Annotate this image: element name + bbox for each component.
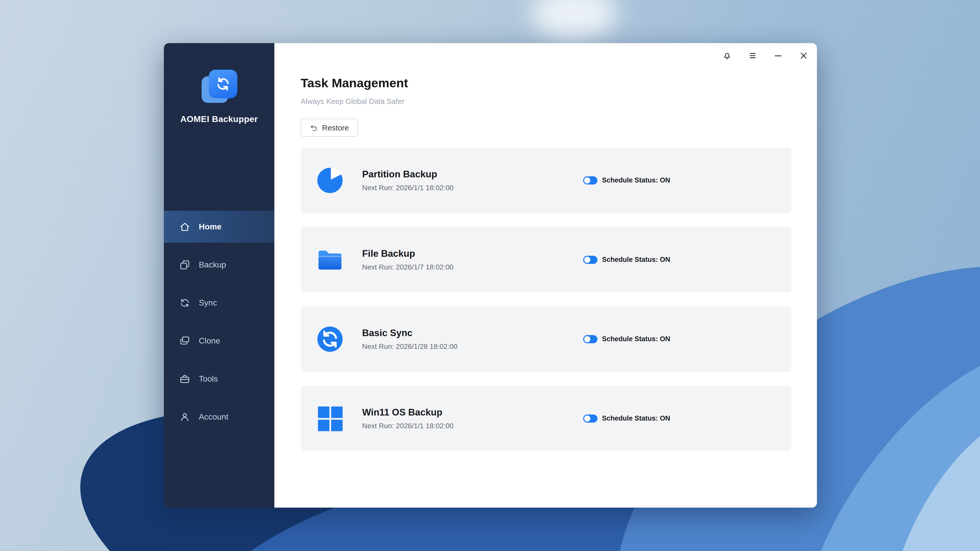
toggle-knob <box>584 177 590 183</box>
app-logo-icon <box>200 68 239 107</box>
task-card-file-backup[interactable]: File Backup Next Run: 2026/1/7 18:02:00 … <box>301 227 791 293</box>
task-name: Partition Backup <box>362 169 453 180</box>
task-card-partition-backup[interactable]: Partition Backup Next Run: 2026/1/1 18:0… <box>301 148 791 213</box>
sidebar-item-backup[interactable]: Backup <box>164 249 274 281</box>
task-list: Partition Backup Next Run: 2026/1/1 18:0… <box>301 148 791 451</box>
sync-circle-icon <box>316 325 344 353</box>
restore-button-label: Restore <box>322 124 349 132</box>
schedule-toggle[interactable] <box>583 414 597 423</box>
schedule-toggle[interactable] <box>583 256 597 264</box>
close-icon[interactable] <box>798 50 809 61</box>
notification-bell-icon[interactable] <box>721 50 733 61</box>
restore-icon <box>310 124 318 132</box>
sidebar: AOMEI Backupper Home Backup Sync <box>164 43 274 508</box>
folder-icon <box>316 246 344 274</box>
task-info: Partition Backup Next Run: 2026/1/1 18:0… <box>362 169 453 192</box>
task-next-run: Next Run: 2026/1/1 18:02:00 <box>362 422 453 430</box>
schedule-toggle[interactable] <box>583 176 597 185</box>
task-card-basic-sync[interactable]: Basic Sync Next Run: 2026/1/28 18:02:00 … <box>301 306 791 372</box>
task-name: Basic Sync <box>362 328 458 338</box>
toggle-knob <box>584 336 590 342</box>
sidebar-item-label: Tools <box>199 374 218 384</box>
schedule-status: Schedule Status: ON <box>602 176 670 184</box>
task-schedule: Schedule Status: ON <box>583 335 670 343</box>
page-subtitle: Always Keep Global Data Safer <box>301 97 404 106</box>
sidebar-item-label: Account <box>199 412 228 422</box>
menu-icon[interactable] <box>747 50 758 61</box>
sidebar-item-label: Clone <box>199 336 220 346</box>
task-info: File Backup Next Run: 2026/1/7 18:02:00 <box>362 248 453 271</box>
windows-icon <box>316 405 344 432</box>
task-card-win11-os-backup[interactable]: Win11 OS Backup Next Run: 2026/1/1 18:02… <box>301 385 791 451</box>
app-logo: AOMEI Backupper <box>164 68 274 124</box>
task-next-run: Next Run: 2026/1/28 18:02:00 <box>362 342 458 351</box>
toggle-knob <box>584 416 590 422</box>
sync-icon <box>180 298 190 308</box>
sidebar-nav: Home Backup Sync Clone <box>164 211 274 433</box>
backup-icon <box>180 260 190 270</box>
sidebar-item-sync[interactable]: Sync <box>164 287 274 319</box>
schedule-toggle[interactable] <box>583 335 597 343</box>
tools-icon <box>180 374 190 384</box>
sidebar-item-label: Sync <box>199 298 217 307</box>
sidebar-item-home[interactable]: Home <box>164 211 274 243</box>
page-title: Task Management <box>301 76 408 90</box>
task-name: Win11 OS Backup <box>362 407 453 418</box>
task-next-run: Next Run: 2026/1/1 18:02:00 <box>362 184 453 192</box>
minimize-icon[interactable] <box>773 50 784 61</box>
logo-sync-icon <box>209 70 237 98</box>
wallpaper-highlight <box>531 0 617 41</box>
task-next-run: Next Run: 2026/1/7 18:02:00 <box>362 263 453 271</box>
pie-chart-icon <box>316 167 344 194</box>
task-schedule: Schedule Status: ON <box>583 256 670 264</box>
toggle-knob <box>584 257 590 263</box>
sidebar-item-account[interactable]: Account <box>164 401 274 433</box>
sidebar-item-tools[interactable]: Tools <box>164 363 274 395</box>
clone-icon <box>180 336 190 346</box>
task-schedule: Schedule Status: ON <box>583 414 670 423</box>
main-panel: Task Management Always Keep Global Data … <box>274 43 817 508</box>
app-window: AOMEI Backupper Home Backup Sync <box>164 43 817 508</box>
task-info: Win11 OS Backup Next Run: 2026/1/1 18:02… <box>362 407 453 430</box>
task-schedule: Schedule Status: ON <box>583 176 670 185</box>
account-icon <box>180 412 190 422</box>
sidebar-item-label: Backup <box>199 260 226 269</box>
sidebar-item-clone[interactable]: Clone <box>164 325 274 357</box>
task-info: Basic Sync Next Run: 2026/1/28 18:02:00 <box>362 328 458 351</box>
sidebar-item-label: Home <box>199 222 221 231</box>
home-icon <box>180 221 190 232</box>
schedule-status: Schedule Status: ON <box>602 335 670 343</box>
schedule-status: Schedule Status: ON <box>602 414 670 422</box>
titlebar-controls <box>721 50 809 61</box>
task-name: File Backup <box>362 248 453 259</box>
restore-button[interactable]: Restore <box>301 119 358 137</box>
schedule-status: Schedule Status: ON <box>602 256 670 264</box>
app-name: AOMEI Backupper <box>164 114 274 124</box>
